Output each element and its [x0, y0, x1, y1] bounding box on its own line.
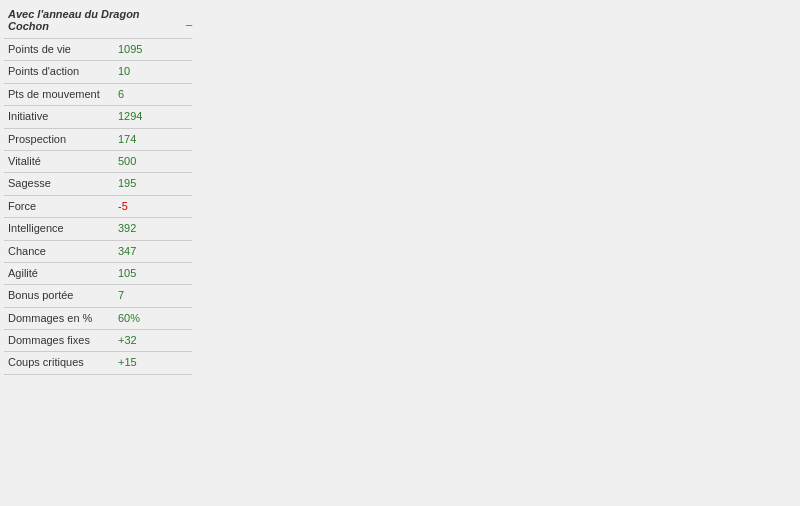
- panel-title: Avec l'anneau du Dragon Cochon: [8, 8, 180, 32]
- table-row: Bonus portée7: [4, 285, 192, 307]
- stat-value: 174: [114, 128, 192, 150]
- table-row: Coups critiques+15: [4, 352, 192, 374]
- stats-table: Points de vie1095Points d'action10Pts de…: [4, 38, 192, 375]
- stat-label: Pts de mouvement: [4, 83, 114, 105]
- stat-label: Initiative: [4, 106, 114, 128]
- title-bar: Avec l'anneau du Dragon Cochon _: [4, 8, 192, 32]
- stat-value: +32: [114, 330, 192, 352]
- stat-value: 1095: [114, 39, 192, 61]
- table-row: Force-5: [4, 195, 192, 217]
- table-row: Dommages en %60%: [4, 307, 192, 329]
- stat-value: -5: [114, 195, 192, 217]
- stat-value: +15: [114, 352, 192, 374]
- stat-value: 195: [114, 173, 192, 195]
- table-row: Points de vie1095: [4, 39, 192, 61]
- stat-label: Points de vie: [4, 39, 114, 61]
- stat-value: 7: [114, 285, 192, 307]
- stat-value: 500: [114, 150, 192, 172]
- stat-value: 10: [114, 61, 192, 83]
- table-row: Sagesse195: [4, 173, 192, 195]
- stat-value: 60%: [114, 307, 192, 329]
- table-row: Prospection174: [4, 128, 192, 150]
- stat-label: Force: [4, 195, 114, 217]
- stat-value: 392: [114, 218, 192, 240]
- main-container: Avec l'anneau du Dragon Cochon _ Points …: [0, 0, 192, 375]
- stat-label: Points d'action: [4, 61, 114, 83]
- table-row: Intelligence392: [4, 218, 192, 240]
- stat-label: Sagesse: [4, 173, 114, 195]
- stat-value: 347: [114, 240, 192, 262]
- stat-label: Dommages en %: [4, 307, 114, 329]
- table-row: Chance347: [4, 240, 192, 262]
- table-row: Points d'action10: [4, 61, 192, 83]
- stat-value: 105: [114, 262, 192, 284]
- stat-label: Coups critiques: [4, 352, 114, 374]
- table-row: Dommages fixes+32: [4, 330, 192, 352]
- stat-value: 1294: [114, 106, 192, 128]
- table-row: Pts de mouvement6: [4, 83, 192, 105]
- table-row: Vitalité500: [4, 150, 192, 172]
- table-row: Initiative1294: [4, 106, 192, 128]
- stat-label: Intelligence: [4, 218, 114, 240]
- minimize-button[interactable]: _: [186, 15, 192, 26]
- table-row: Agilité105: [4, 262, 192, 284]
- stat-label: Agilité: [4, 262, 114, 284]
- stat-label: Vitalité: [4, 150, 114, 172]
- stat-label: Prospection: [4, 128, 114, 150]
- stat-label: Bonus portée: [4, 285, 114, 307]
- stat-label: Chance: [4, 240, 114, 262]
- stat-label: Dommages fixes: [4, 330, 114, 352]
- stat-value: 6: [114, 83, 192, 105]
